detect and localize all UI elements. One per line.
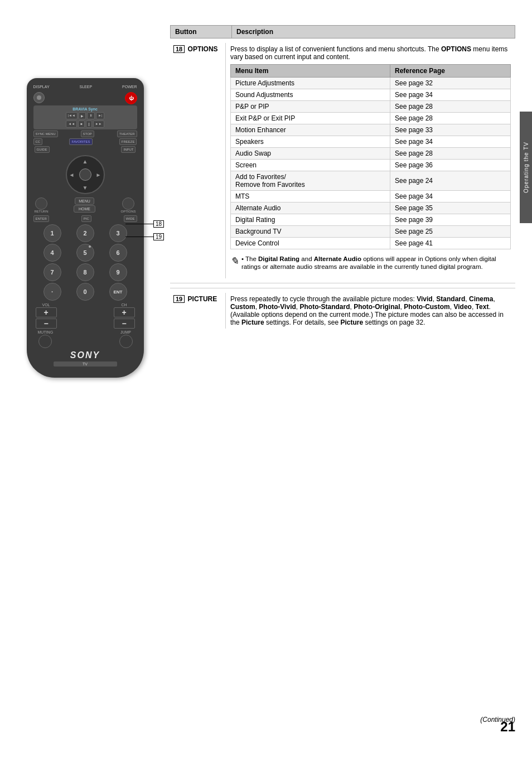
enter-wide-row: ENTER PIC WIDE [33, 215, 137, 222]
page-number: 21 [500, 719, 515, 735]
menu-row-7: Audio Swap See page 28 [231, 148, 511, 160]
callout-18: 18 [125, 220, 164, 228]
sleep-label: SLEEP [80, 85, 93, 89]
menu-row-8: Screen See page 36 [231, 160, 511, 171]
bravia-label: BRAVIA Sync [72, 107, 98, 111]
header-description: Description [232, 26, 515, 38]
menu-row-14: Device Control See page 41 [231, 238, 511, 249]
menu-col2-header: Reference Page [390, 65, 510, 78]
side-tab: Operating the TV [520, 112, 532, 223]
options-num: 18 [173, 45, 185, 53]
num-grid: 1 2 3 4 5 6 7 8 9 · 0 ENT [37, 224, 134, 301]
remote-body: DISPLAY SLEEP POWER ⏻ BRAVIA Sync |◄◄ ▶ … [27, 78, 144, 378]
picture-description: Press repeatedly to cycle through the av… [226, 293, 515, 329]
picture-label: PICTURE [188, 295, 217, 303]
main-content: Button Description 18 OPTIONS Press to d… [170, 25, 515, 329]
options-description: Press to display a list of convenient fu… [226, 43, 515, 278]
note-area: ✎ • The Digital Rating and Alternate Aud… [230, 255, 511, 271]
menu-row-12: Digital Rating See page 39 [231, 214, 511, 226]
display-label: DISPLAY [33, 85, 50, 89]
header-table: Button Description [170, 25, 515, 38]
nav-center-btn [79, 168, 91, 181]
guide-input-row: GUIDE INPUT [35, 146, 136, 153]
menu-row-1: Picture Adjustments See page 32 [231, 78, 511, 89]
remote-control-image: DISPLAY SLEEP POWER ⏻ BRAVIA Sync |◄◄ ▶ … [17, 78, 153, 390]
note-icon: ✎ [230, 255, 239, 267]
menu-row-2: Sound Adjustments See page 34 [231, 89, 511, 101]
options-button-cell: 18 OPTIONS [170, 43, 226, 278]
menu-row-6: Speakers See page 34 [231, 136, 511, 148]
sync-menu-row: SYNC MENU STOP THEATER [33, 131, 137, 137]
menu-row-9: Add to Favorites/Remove from Favorites S… [231, 171, 511, 191]
menu-col1-header: Menu Item [231, 65, 390, 78]
options-label: OPTIONS [188, 45, 218, 53]
menu-row-4: Exit P&P or Exit PIP See page 28 [231, 113, 511, 124]
picture-button-cell: 19 PICTURE [170, 293, 226, 329]
muting-jump-row: MUTING JUMP [38, 330, 133, 348]
menu-home-area: MENU HOME [74, 197, 95, 213]
menu-table: Menu Item Reference Page Picture Adjustm… [230, 64, 511, 249]
cc-row: CC FAVORITES FREEZE [33, 138, 137, 145]
picture-num: 19 [173, 295, 185, 303]
header-button: Button [171, 26, 232, 38]
nav-circle: ▲ ▼ ◄ ► [66, 155, 105, 194]
callout-19: 19 [125, 233, 164, 240]
menu-row-13: Background TV See page 25 [231, 226, 511, 238]
note-text: • The Digital Rating and Alternate Audio… [241, 255, 511, 271]
menu-row-10: MTS See page 34 [231, 191, 511, 202]
tv-label: TV [54, 361, 117, 367]
menu-row-3: P&P or PIP See page 28 [231, 101, 511, 113]
vol-ch-row: VOL + − CH + − [36, 303, 135, 329]
sony-label: SONY [31, 350, 139, 360]
bravia-sync-area: BRAVIA Sync |◄◄ ▶ ⏸ ►| ◄◄ ■ ‖ ►► [33, 105, 137, 129]
options-section: 18 OPTIONS Press to display a list of co… [170, 43, 515, 283]
menu-row-5: Motion Enhancer See page 33 [231, 124, 511, 136]
menu-row-11: Alternate Audio See page 35 [231, 202, 511, 214]
return-options-row: RETURN MENU HOME OPTIONS [35, 196, 136, 214]
picture-section: 19 PICTURE Press repeatedly to cycle thr… [170, 288, 515, 329]
power-label: POWER [122, 85, 137, 89]
